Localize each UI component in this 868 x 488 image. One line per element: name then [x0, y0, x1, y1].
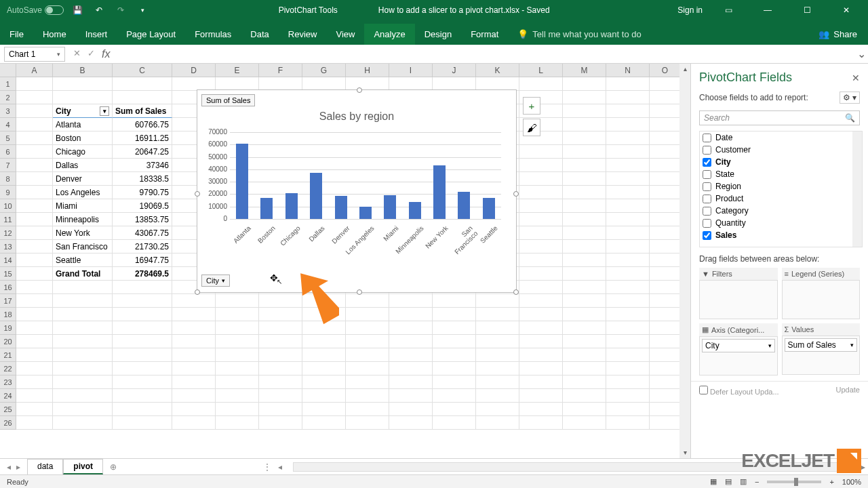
cell[interactable]: Sum of Sales: [113, 104, 172, 118]
cell[interactable]: [650, 294, 681, 308]
cell[interactable]: [650, 145, 681, 159]
cell[interactable]: [650, 104, 681, 118]
cell[interactable]: 16947.75: [113, 253, 172, 267]
cell[interactable]: [519, 335, 563, 348]
cell[interactable]: City▾: [53, 104, 113, 118]
cell[interactable]: [606, 131, 650, 145]
cell[interactable]: [606, 321, 650, 335]
cell[interactable]: [650, 172, 681, 186]
cell[interactable]: San Francisco: [53, 240, 113, 253]
values-field-item[interactable]: Sum of Sales▾: [785, 338, 858, 352]
cell[interactable]: [53, 416, 113, 430]
cell[interactable]: [346, 308, 389, 321]
cell[interactable]: [16, 186, 53, 199]
cell[interactable]: [433, 362, 476, 375]
row-header[interactable]: 2: [0, 91, 16, 104]
row-header[interactable]: 8: [0, 172, 16, 186]
field-item-city[interactable]: City: [700, 156, 862, 168]
cell[interactable]: [519, 77, 563, 91]
column-header[interactable]: A: [16, 64, 53, 77]
redo-icon[interactable]: ↷: [113, 2, 129, 18]
column-header[interactable]: O: [650, 64, 681, 77]
cell[interactable]: [563, 145, 606, 159]
vertical-scrollbar[interactable]: ▴ ▾: [679, 64, 690, 458]
cell[interactable]: [172, 335, 216, 348]
cell[interactable]: [476, 403, 519, 416]
cell[interactable]: [216, 294, 259, 308]
cell[interactable]: [53, 77, 113, 91]
cell[interactable]: [16, 199, 53, 213]
share-button[interactable]: 👥 Share: [808, 24, 868, 45]
cell[interactable]: [476, 348, 519, 362]
cell[interactable]: Seattle: [53, 253, 113, 267]
cell[interactable]: [606, 308, 650, 321]
cell[interactable]: [259, 335, 302, 348]
chart-bar[interactable]: [458, 192, 470, 219]
column-header[interactable]: B: [53, 64, 113, 77]
cell[interactable]: [606, 389, 650, 403]
cell[interactable]: [346, 77, 389, 91]
cell[interactable]: [650, 416, 681, 430]
cell[interactable]: [389, 375, 433, 389]
cell[interactable]: [650, 226, 681, 240]
cell[interactable]: [53, 321, 113, 335]
cell[interactable]: [113, 77, 172, 91]
cell[interactable]: 19069.5: [113, 199, 172, 213]
cell[interactable]: [16, 213, 53, 226]
undo-icon[interactable]: ↶: [91, 2, 107, 18]
cell[interactable]: [519, 403, 563, 416]
cell[interactable]: [302, 348, 346, 362]
cell[interactable]: [346, 416, 389, 430]
cell[interactable]: [519, 294, 563, 308]
cell[interactable]: 278469.5: [113, 267, 172, 281]
cell[interactable]: [433, 77, 476, 91]
axis-field-item[interactable]: City▾: [702, 339, 775, 352]
cell[interactable]: [563, 240, 606, 253]
view-page-icon[interactable]: ▤: [725, 477, 732, 486]
cell[interactable]: [519, 186, 563, 199]
cell[interactable]: [519, 321, 563, 335]
column-header[interactable]: K: [476, 64, 519, 77]
cell[interactable]: [16, 321, 53, 335]
cell[interactable]: [606, 294, 650, 308]
cell[interactable]: [16, 294, 53, 308]
cell[interactable]: [650, 321, 681, 335]
cell[interactable]: [302, 77, 346, 91]
cell[interactable]: [259, 362, 302, 375]
row-header[interactable]: 26: [0, 416, 16, 430]
cell[interactable]: [389, 362, 433, 375]
cell[interactable]: [53, 91, 113, 104]
cell[interactable]: [476, 308, 519, 321]
field-item-state[interactable]: State: [700, 168, 862, 180]
cell[interactable]: [113, 308, 172, 321]
cell[interactable]: Boston: [53, 131, 113, 145]
close-icon[interactable]: ✕: [833, 0, 860, 20]
chart-elements-button[interactable]: +: [523, 97, 540, 115]
cell[interactable]: [389, 416, 433, 430]
fx-icon[interactable]: fx: [102, 48, 115, 60]
row-header[interactable]: 10: [0, 199, 16, 213]
row-header[interactable]: 23: [0, 375, 16, 389]
cell[interactable]: [172, 294, 216, 308]
chart-field-button-axis[interactable]: City▾: [201, 274, 230, 287]
pane-tools-icon[interactable]: ⚙ ▾: [840, 92, 860, 104]
cell[interactable]: Minneapolis: [53, 213, 113, 226]
zoom-in-icon[interactable]: +: [829, 478, 833, 486]
cell[interactable]: [606, 186, 650, 199]
zoom-slider[interactable]: [767, 481, 821, 483]
cell[interactable]: [216, 308, 259, 321]
row-header[interactable]: 1: [0, 77, 16, 91]
cell[interactable]: [113, 362, 172, 375]
cell[interactable]: [563, 348, 606, 362]
cell[interactable]: [259, 389, 302, 403]
cell[interactable]: [16, 267, 53, 281]
fields-scrollbar[interactable]: [852, 131, 862, 247]
row-header[interactable]: 9: [0, 186, 16, 199]
cell[interactable]: [650, 308, 681, 321]
cell[interactable]: [53, 335, 113, 348]
chart-plot-area[interactable]: [230, 132, 501, 219]
sheet-nav-prev-icon[interactable]: ◂: [7, 462, 11, 472]
cell[interactable]: [606, 267, 650, 281]
cell[interactable]: [563, 321, 606, 335]
cell[interactable]: [563, 362, 606, 375]
